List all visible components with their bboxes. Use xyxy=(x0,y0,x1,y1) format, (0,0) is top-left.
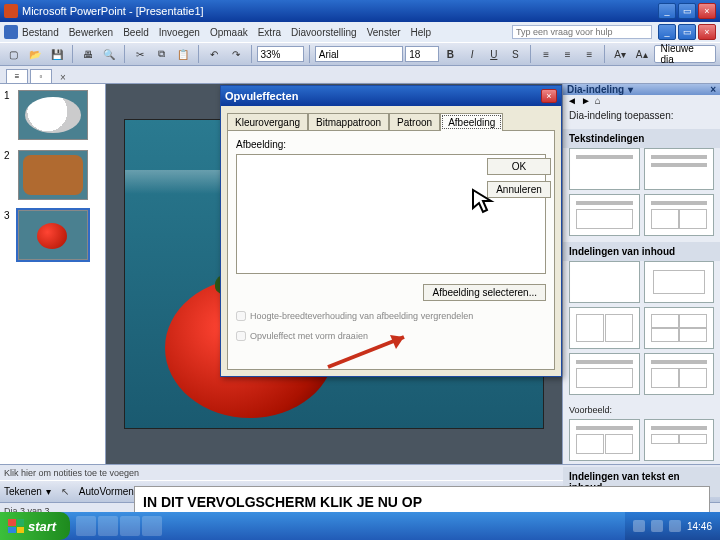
tray-icon[interactable] xyxy=(633,520,645,532)
doc-restore-button[interactable]: ▭ xyxy=(678,24,696,40)
layout-thumb[interactable] xyxy=(569,419,640,461)
caption-line-1: IN DIT VERVOLGSCHERM KLIK JE NU OP xyxy=(143,494,701,510)
tab-pattern[interactable]: Patroon xyxy=(389,113,440,131)
bold-icon[interactable]: B xyxy=(441,44,461,64)
dialog-close-icon[interactable]: × xyxy=(541,89,557,103)
app-doc-icon xyxy=(4,25,18,39)
increase-font-icon[interactable]: A▴ xyxy=(632,44,652,64)
quicklaunch-icon[interactable] xyxy=(120,516,140,536)
outline-tab[interactable]: ≡ xyxy=(6,69,28,83)
taskpane-fwd-icon[interactable]: ► xyxy=(581,95,591,106)
panel-tabs: ≡ ▫ × xyxy=(0,66,720,84)
layout-thumb[interactable] xyxy=(644,148,715,190)
decrease-font-icon[interactable]: A▾ xyxy=(610,44,630,64)
layout-thumb[interactable] xyxy=(569,148,640,190)
quicklaunch-icon[interactable] xyxy=(98,516,118,536)
doc-close-button[interactable]: × xyxy=(698,24,716,40)
rotate-fill-checkbox xyxy=(236,331,246,341)
quicklaunch-icon[interactable] xyxy=(76,516,96,536)
slide-thumb-3[interactable] xyxy=(18,210,88,260)
menu-insert[interactable]: Invoegen xyxy=(159,27,200,38)
align-center-icon[interactable]: ≡ xyxy=(558,44,578,64)
save-icon[interactable]: 💾 xyxy=(47,44,67,64)
align-left-icon[interactable]: ≡ xyxy=(536,44,556,64)
align-right-icon[interactable]: ≡ xyxy=(580,44,600,64)
select-picture-button[interactable]: Afbeelding selecteren... xyxy=(423,284,546,301)
layout-thumb[interactable] xyxy=(644,419,715,461)
close-button[interactable]: × xyxy=(698,3,716,19)
shadow-icon[interactable]: S xyxy=(506,44,526,64)
task-pane: Dia-indeling ▾ × ◄ ► ⌂ Dia-indeling toep… xyxy=(562,84,720,464)
layout-thumb[interactable] xyxy=(569,307,640,349)
powerpoint-icon xyxy=(4,4,18,18)
svg-line-0 xyxy=(328,337,404,367)
paste-icon[interactable]: 📋 xyxy=(174,44,194,64)
autoshapes-menu[interactable]: AutoVormen xyxy=(79,486,134,497)
apply-layout-label: Dia-indeling toepassen: xyxy=(569,110,714,121)
layout-thumb[interactable] xyxy=(644,261,715,303)
layout-thumb[interactable] xyxy=(569,353,640,395)
slides-tab[interactable]: ▫ xyxy=(30,69,52,83)
select-picture-label: Afbeelding selecteren... xyxy=(432,287,537,298)
tab-texture[interactable]: Bitmappatroon xyxy=(308,113,389,131)
taskpane-title: Dia-indeling xyxy=(567,84,624,95)
preview-icon[interactable]: 🔍 xyxy=(100,44,120,64)
menu-edit[interactable]: Bewerken xyxy=(69,27,113,38)
menu-view[interactable]: Beeld xyxy=(123,27,149,38)
open-icon[interactable]: 📂 xyxy=(26,44,46,64)
taskpane-back-icon[interactable]: ◄ xyxy=(567,95,577,106)
menu-window[interactable]: Venster xyxy=(367,27,401,38)
tab-gradient[interactable]: Kleurovergang xyxy=(227,113,308,131)
taskpane-home-icon[interactable]: ⌂ xyxy=(595,95,601,106)
layout-thumb[interactable] xyxy=(569,261,640,303)
taskpane-close-icon[interactable]: × xyxy=(710,84,716,95)
font-select[interactable]: Arial xyxy=(315,46,403,62)
cancel-label: Annuleren xyxy=(496,184,542,195)
menu-tools[interactable]: Extra xyxy=(258,27,281,38)
doc-minimize-button[interactable]: _ xyxy=(658,24,676,40)
menu-format[interactable]: Opmaak xyxy=(210,27,248,38)
notes-placeholder: Klik hier om notities toe te voegen xyxy=(4,468,139,478)
quicklaunch-icon[interactable] xyxy=(142,516,162,536)
tray-icon[interactable] xyxy=(651,520,663,532)
slide-thumb-1[interactable] xyxy=(18,90,88,140)
new-icon[interactable]: ▢ xyxy=(4,44,24,64)
help-search-input[interactable] xyxy=(512,25,652,39)
italic-icon[interactable]: I xyxy=(462,44,482,64)
start-label: start xyxy=(28,519,56,534)
layout-thumb[interactable] xyxy=(644,194,715,236)
maximize-button[interactable]: ▭ xyxy=(678,3,696,19)
dialog-title: Opvuleffecten xyxy=(225,90,541,102)
layout-thumb[interactable] xyxy=(644,353,715,395)
select-icon[interactable]: ↖ xyxy=(55,482,75,502)
cut-icon[interactable]: ✂ xyxy=(130,44,150,64)
copy-icon[interactable]: ⧉ xyxy=(152,44,172,64)
font-size-select[interactable]: 18 xyxy=(405,46,439,62)
minimize-button[interactable]: _ xyxy=(658,3,676,19)
zoom-select[interactable]: 33% xyxy=(257,46,304,62)
undo-icon[interactable]: ↶ xyxy=(204,44,224,64)
menu-file[interactable]: Bestand xyxy=(22,27,59,38)
windows-logo-icon xyxy=(8,519,24,533)
preview-label: Voorbeeld: xyxy=(569,405,612,415)
print-icon[interactable]: 🖶 xyxy=(78,44,98,64)
lock-ratio-label: Hoogte-breedteverhouding van afbeelding … xyxy=(250,311,473,321)
section-text-layouts: Tekstindelingen xyxy=(563,129,720,148)
slide-number: 1 xyxy=(4,90,14,140)
taskpane-dropdown-icon[interactable]: ▾ xyxy=(628,84,633,95)
underline-icon[interactable]: U xyxy=(484,44,504,64)
slide-thumb-2[interactable] xyxy=(18,150,88,200)
panel-close-icon[interactable]: × xyxy=(60,72,66,83)
ok-button[interactable]: OK xyxy=(487,158,551,175)
new-slide-button[interactable]: Nieuwe dia xyxy=(654,45,717,63)
menu-help[interactable]: Help xyxy=(411,27,432,38)
start-button[interactable]: start xyxy=(0,512,70,540)
tab-picture[interactable]: Afbeelding xyxy=(440,113,503,131)
section-content-layouts: Indelingen van inhoud xyxy=(563,242,720,261)
menu-slideshow[interactable]: Diavoorstelling xyxy=(291,27,357,38)
draw-menu[interactable]: Tekenen xyxy=(4,486,42,497)
tray-icon[interactable] xyxy=(669,520,681,532)
layout-thumb[interactable] xyxy=(569,194,640,236)
redo-icon[interactable]: ↷ xyxy=(226,44,246,64)
layout-thumb[interactable] xyxy=(644,307,715,349)
